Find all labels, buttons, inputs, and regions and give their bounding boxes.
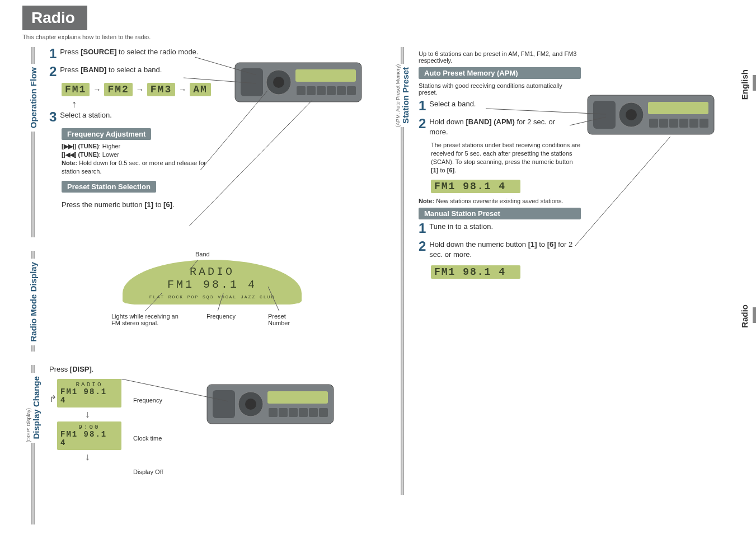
disp-state-frequency: RADIO FM1 98.1 4: [57, 379, 121, 407]
svg-rect-26: [289, 408, 298, 417]
step-number: 2: [49, 65, 57, 78]
svg-rect-20: [213, 390, 235, 418]
tab-display-change: Display Change: [31, 373, 41, 443]
svg-rect-23: [267, 391, 328, 404]
side-tab-marker: [753, 307, 756, 323]
svg-rect-6: [307, 86, 316, 95]
arrow-icon: →: [136, 85, 144, 94]
tab-station-preset-sub: (APM: Auto Preset Memory): [395, 64, 401, 127]
svg-rect-40: [689, 119, 698, 128]
side-tab-marker: [753, 75, 756, 91]
tab-radio-mode-display: Radio Mode Display: [29, 259, 38, 345]
tab-display-change-sub: (DISP: Display): [26, 373, 31, 443]
callout-preset-number: Preset Number: [268, 313, 302, 326]
side-label-english: English: [740, 69, 749, 100]
svg-rect-32: [593, 101, 616, 129]
callout-band: Band: [195, 251, 210, 257]
svg-rect-24: [269, 408, 278, 417]
band-fm1: FM1: [62, 83, 90, 96]
overwrite-note: Note: New stations overwrite existing sa…: [419, 198, 745, 204]
down-arrow-icon: ↓: [85, 451, 375, 463]
manual-lcd: FM1 98.1 4: [431, 265, 520, 279]
manual-step1: Tune in to a station.: [429, 222, 493, 232]
svg-rect-10: [347, 86, 356, 95]
step3-text: Select a station.: [60, 110, 112, 120]
svg-rect-41: [699, 119, 708, 128]
step-number: 2: [419, 240, 426, 253]
apm-step1: Select a band.: [429, 99, 476, 109]
svg-rect-27: [299, 408, 308, 417]
preset-selection-head: Preset Station Selection: [62, 181, 156, 193]
apm-intro: Stations with good receiving conditions …: [419, 82, 581, 96]
svg-rect-28: [309, 408, 318, 417]
svg-rect-39: [679, 119, 688, 128]
disp-state-clock: 9:00 FM1 98.1 4: [57, 421, 121, 450]
preset-intro: Up to 6 stations can be preset in AM, FM…: [419, 50, 586, 64]
svg-rect-7: [317, 86, 326, 95]
svg-point-34: [626, 109, 637, 120]
apm-lcd: FM1 98.1 4: [431, 180, 520, 193]
svg-rect-9: [337, 86, 346, 95]
svg-point-22: [245, 399, 256, 410]
svg-rect-25: [279, 408, 288, 417]
car-stereo-illustration: [234, 51, 363, 113]
car-stereo-illustration: [206, 373, 335, 435]
arrow-icon: →: [179, 85, 186, 94]
press-disp-text: Press [DISP].: [49, 365, 375, 373]
callout-stereo: Lights while receiving an FM stereo sign…: [111, 313, 184, 326]
freq-adj-body: [▶▶|] (TUNE): Higher [|◀◀] (TUNE): Lower…: [62, 142, 207, 175]
step2-text: Press [BAND] to select a band.: [60, 65, 162, 75]
apm-scan-note: The preset stations under best receiving…: [431, 141, 582, 174]
label-display-off: Display Off: [133, 469, 163, 475]
loop-indicator-icon: ↱: [49, 394, 57, 404]
step-number: 3: [49, 110, 57, 124]
apm-step2: Hold down [BAND] (APM) for 2 sec. or mor…: [429, 117, 569, 137]
band-am: AM: [190, 83, 211, 96]
step-number: 1: [419, 222, 426, 235]
step-number: 1: [49, 47, 57, 60]
step-number: 1: [419, 99, 426, 113]
callout-frequency: Frequency: [206, 313, 236, 320]
tab-station-preset: Station Preset: [401, 64, 410, 127]
svg-rect-37: [659, 119, 668, 128]
preset-selection-body: Press the numeric button [1] to [6].: [62, 200, 375, 209]
arrow-icon: →: [93, 85, 101, 94]
svg-rect-8: [327, 86, 336, 95]
radio-mode-lcd: RADIO FM1 98.1 4 FLAT ROCK POP SQ3 VOCAL…: [123, 260, 302, 305]
manual-preset-head: Manual Station Preset: [419, 208, 581, 219]
svg-rect-36: [649, 119, 658, 128]
band-fm2: FM2: [104, 83, 132, 96]
svg-point-3: [273, 77, 284, 88]
apm-head: Auto Preset Memory (APM): [419, 67, 581, 79]
car-stereo-illustration: [586, 84, 715, 146]
side-label-radio: Radio: [740, 305, 749, 328]
svg-rect-35: [648, 102, 708, 114]
label-clock: Clock time: [133, 435, 162, 442]
step-number: 2: [419, 117, 426, 130]
manual-step2: Hold down the numeric button [1] to [6] …: [429, 240, 575, 259]
intro-text: This chapter explains how to listen to t…: [22, 34, 745, 40]
svg-rect-5: [297, 86, 306, 95]
svg-rect-4: [295, 69, 356, 82]
freq-adjustment-head: Frequency Adjustment: [62, 128, 151, 140]
svg-rect-38: [669, 119, 678, 128]
svg-rect-1: [241, 68, 263, 96]
label-frequency: Frequency: [133, 397, 162, 404]
step1-text: Press [SOURCE] to select the radio mode.: [60, 47, 198, 57]
band-fm3: FM3: [147, 83, 175, 96]
svg-rect-29: [319, 408, 328, 417]
tab-operation-flow: Operation Flow: [29, 64, 38, 132]
page-title: Radio: [22, 6, 87, 30]
